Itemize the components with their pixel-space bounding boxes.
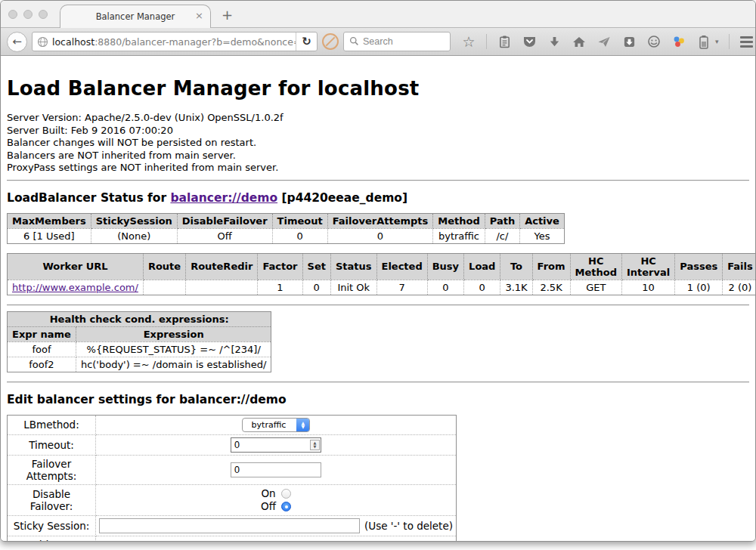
lbmethod-selected-value: bytraffic (243, 420, 297, 430)
screenshot-root: Balancer Manager × + ← localhost:8880/ba… (0, 0, 756, 550)
search-input[interactable] (363, 36, 431, 47)
table-cell: foof2 (8, 357, 76, 372)
column-header: Path (485, 213, 519, 228)
failover-attempts-input[interactable] (231, 462, 321, 477)
worker-status-table: Worker URLRouteRouteRedirFactorSetStatus… (7, 253, 755, 295)
select-stepper-icon: ▲▼ (296, 418, 309, 432)
table-cell: %{REQUEST_STATUS} =~ /^[234]/ (76, 341, 271, 357)
table-cell: Init Ok (330, 280, 376, 295)
table-row: foof%{REQUEST_STATUS} =~ /^[234]/ (8, 341, 271, 357)
failover-attempts-label: Failover Attempts: (8, 455, 96, 484)
balancer-status-table: MaxMembersStickySessionDisableFailoverTi… (7, 213, 565, 244)
table-row: 6 [1 Used](None)Off00bytraffic/c/Yes (8, 228, 565, 243)
edit-balancer-form: LBmethod: bytraffic ▲▼ Timeout: ▲▼ (7, 415, 457, 542)
back-button[interactable]: ← (7, 32, 27, 52)
table-cell: 2 (0) (723, 280, 755, 295)
table-cell: Off (177, 228, 272, 243)
column-header: Method (433, 213, 485, 228)
table-cell: foof (8, 341, 76, 357)
search-bar[interactable] (343, 32, 451, 51)
tab-close-icon[interactable]: × (195, 11, 203, 20)
table-cell: bytraffic (433, 228, 485, 243)
table-cell: 0 (464, 280, 500, 295)
loadbalancer-status-heading: LoadBalancer Status for balancer://demo … (7, 191, 749, 205)
download-icon[interactable] (547, 34, 562, 49)
page-title: Load Balancer Manager for localhost (7, 77, 749, 100)
page-content: Load Balancer Manager for localhost Serv… (1, 56, 755, 541)
url-host: localhost (52, 36, 94, 48)
column-header: FailoverAttempts (327, 213, 433, 228)
table-cell: 0 (427, 280, 463, 295)
timeout-input[interactable] (231, 437, 321, 453)
table-cell: 0 (302, 280, 330, 295)
server-info-line: Server Version: Apache/2.5.0-dev (Unix) … (7, 112, 749, 125)
column-header: Expr name (8, 326, 76, 341)
tab-title: Balancer Manager (96, 11, 175, 22)
search-icon (349, 35, 359, 49)
reload-button[interactable]: ↻ (296, 32, 317, 51)
bookmark-star-icon[interactable]: ☆ (461, 34, 476, 49)
browser-window: Balancer Manager × + ← localhost:8880/ba… (0, 0, 756, 542)
back-arrow-icon: ← (12, 35, 22, 48)
column-header: From (532, 253, 570, 280)
disable-failover-off-radio[interactable] (281, 502, 291, 511)
server-info-line: Server Built: Feb 9 2016 07:00:20 (7, 125, 749, 138)
divider (7, 382, 749, 383)
minimize-window-button[interactable] (23, 10, 33, 19)
table-cell: hc('body') =~ /domain is established/ (76, 357, 271, 372)
column-header: Factor (258, 253, 302, 280)
worker-url-link[interactable]: http://www.example.com/ (12, 282, 138, 293)
url-bar[interactable]: localhost:8880/balancer-manager?b=demo&n… (32, 32, 318, 51)
column-header: Load (464, 253, 500, 280)
globe-icon (33, 36, 52, 48)
zoom-window-button[interactable] (39, 10, 48, 19)
column-header: HC Interval (621, 253, 674, 280)
chevron-down-icon[interactable]: ▾ (715, 38, 719, 45)
close-window-button[interactable] (8, 10, 17, 19)
column-header: Elected (376, 253, 427, 280)
emoji-smiley-icon[interactable] (646, 34, 662, 49)
pocket-icon[interactable] (522, 34, 537, 49)
battery-extension-icon[interactable] (696, 34, 711, 49)
tab-strip: Balancer Manager × + (1, 1, 755, 28)
tab-balancer-manager[interactable]: Balancer Manager × (60, 5, 211, 28)
add-new-worker-label: Add New Worker: (8, 536, 96, 541)
column-header: Passes (675, 253, 723, 280)
column-header: MaxMembers (8, 213, 91, 228)
column-header: DisableFailover (177, 213, 272, 228)
content-blocked-icon[interactable] (322, 33, 339, 50)
save-to-device-icon[interactable] (621, 34, 637, 49)
timeout-label: Timeout: (8, 434, 96, 455)
column-header: Busy (427, 253, 463, 280)
send-plane-icon[interactable] (596, 34, 612, 49)
lbmethod-select[interactable]: bytraffic ▲▼ (242, 418, 311, 432)
radio-off-label: Off (261, 500, 276, 513)
number-stepper-icon[interactable]: ▲▼ (310, 440, 320, 450)
navigation-toolbar: ← localhost:8880/balancer-manager?b=demo… (1, 28, 755, 56)
color-dots-icon[interactable] (671, 34, 686, 49)
table-cell: 1 (0) (675, 280, 723, 295)
clipboard-icon[interactable] (497, 34, 512, 49)
health-check-table: Health check cond. expressions:Expr name… (7, 311, 271, 372)
column-header: Route (143, 253, 185, 280)
table-cell: http://www.example.com/ (8, 280, 144, 295)
disable-failover-on-radio[interactable] (281, 489, 291, 499)
column-header: Active (520, 213, 565, 228)
divider (7, 180, 749, 181)
table-cell: 7 (376, 280, 427, 295)
new-tab-button[interactable]: + (222, 7, 233, 23)
table-row: foof2hc('body') =~ /domain is establishe… (8, 357, 271, 372)
table-cell: 1 (258, 280, 302, 295)
balancer-demo-link[interactable]: balancer://demo (170, 191, 277, 205)
table-cell: 3.1K (500, 280, 532, 295)
home-icon[interactable] (572, 34, 587, 49)
server-info-line: Balancers are NOT inherited from main se… (7, 150, 749, 162)
table-cell: 0 (272, 228, 327, 243)
table-cell: GET (570, 280, 621, 295)
column-header: Worker URL (8, 253, 144, 280)
sticky-session-input[interactable] (99, 518, 360, 533)
table-cell: /c/ (485, 228, 519, 243)
lbmethod-label: LBmethod: (8, 415, 96, 434)
toolbar-icons: ☆ (461, 34, 756, 49)
menu-hamburger-icon[interactable] (739, 34, 754, 49)
